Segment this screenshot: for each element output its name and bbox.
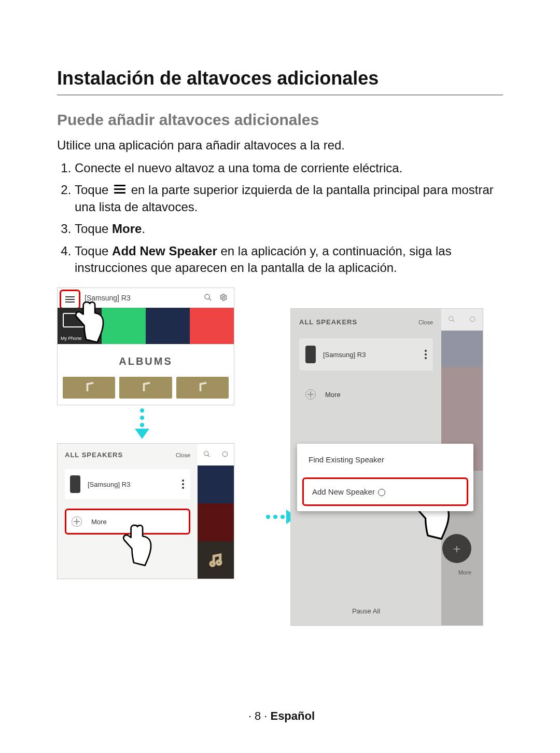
svg-point-0 (205, 294, 209, 299)
divider (57, 94, 503, 95)
close-button[interactable]: Close (418, 319, 433, 325)
speaker-row[interactable]: [Samsung] R3 (65, 469, 190, 499)
plus-icon (72, 516, 82, 527)
speaker-icon (305, 346, 316, 363)
figures-area: [Samsung] R3 My Phone ALBUMS (57, 287, 503, 672)
more-row[interactable]: More (299, 382, 433, 407)
find-existing-speaker-item[interactable]: Find Existing Speaker (297, 444, 473, 475)
svg-point-5 (222, 451, 227, 456)
step-4: Toque Add New Speaker en la aplicación y… (75, 243, 503, 277)
svg-line-9 (453, 320, 455, 322)
svg-point-8 (449, 317, 453, 321)
pause-all-label: Pause All (291, 607, 441, 615)
more-popup: Find Existing Speaker Add New Speaker (297, 444, 473, 511)
screenshot-home: [Samsung] R3 My Phone ALBUMS (57, 287, 234, 405)
album-thumb[interactable] (63, 377, 115, 399)
step-1: Conecte el nuevo altavoz a una toma de c… (75, 160, 503, 176)
add-new-speaker-item[interactable]: Add New Speaker (302, 477, 468, 506)
svg-line-4 (207, 455, 209, 457)
settings-icon[interactable] (219, 293, 228, 303)
speaker-row[interactable]: [Samsung] R3 (299, 338, 433, 371)
section-subtitle: Puede añadir altavoces adicionales (57, 111, 503, 129)
album-thumb[interactable] (119, 377, 172, 399)
instruction-list: Conecte el nuevo altavoz a una toma de c… (57, 160, 503, 276)
tap-target-icon (378, 489, 385, 496)
screenshot-speakers-more: ALL SPEAKERS Close [Samsung] R3 More (57, 443, 234, 579)
albums-header: ALBUMS (58, 344, 234, 377)
album-thumb[interactable] (176, 377, 229, 399)
svg-point-3 (204, 451, 208, 456)
search-icon[interactable] (448, 316, 455, 324)
search-icon[interactable] (203, 450, 211, 459)
page-title: Instalación de altavoces adicionales (57, 67, 503, 89)
speaker-icon (70, 475, 80, 493)
arrow-down-icon (135, 407, 149, 439)
intro-text: Utilice una aplicación para añadir altav… (57, 138, 503, 153)
step-3: Toque More. (75, 221, 503, 237)
right-more-label: More (458, 569, 471, 576)
tile-navy[interactable] (146, 308, 190, 344)
settings-icon[interactable] (221, 450, 229, 459)
pointer-hand-icon (71, 298, 110, 345)
tile-red[interactable] (190, 308, 234, 344)
overflow-icon[interactable] (425, 350, 427, 359)
step-2: Toque en la parte superior izquierda de … (75, 182, 503, 215)
all-speakers-header: ALL SPEAKERS (65, 451, 123, 459)
all-speakers-header: ALL SPEAKERS (299, 318, 357, 326)
svg-point-2 (222, 296, 225, 298)
page-footer: ·8·Español (0, 709, 560, 723)
svg-line-1 (209, 298, 211, 300)
overflow-icon[interactable] (182, 480, 184, 489)
search-icon[interactable] (204, 293, 212, 303)
settings-icon[interactable] (469, 316, 476, 324)
screenshot-add-popup: ALL SPEAKERS Close [Samsung] R3 More ＋ M… (290, 308, 483, 626)
close-button[interactable]: Close (176, 452, 190, 458)
svg-point-10 (470, 317, 474, 321)
plus-icon (305, 389, 316, 400)
pointer-hand-icon (119, 522, 158, 568)
hamburger-icon (114, 185, 125, 195)
